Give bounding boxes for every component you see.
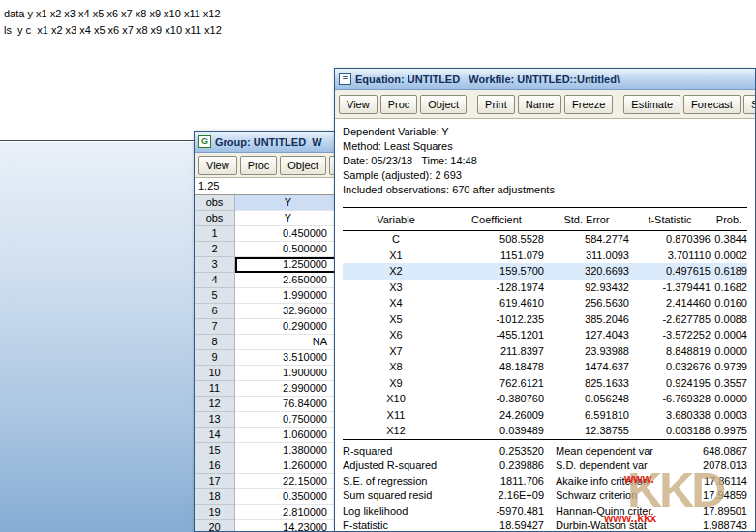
- y-series-name-cell[interactable]: Y: [235, 211, 342, 226]
- obs-corner-cell[interactable]: obs: [195, 195, 235, 211]
- obs-cell[interactable]: 16: [195, 458, 235, 474]
- group-row: 161.260000: [195, 458, 353, 474]
- coefficient-row[interactable]: X1124.260096.5918103.6803380.0003: [343, 407, 747, 424]
- obs-cell[interactable]: 3: [195, 257, 235, 273]
- y-value-cell[interactable]: 0.350000: [235, 489, 342, 505]
- y-value-cell[interactable]: 1.900000: [235, 366, 342, 381]
- group-row: 141.060000: [195, 428, 353, 443]
- y-value-cell[interactable]: 3.510000: [235, 350, 342, 366]
- obs-cell[interactable]: 4: [195, 273, 235, 288]
- obs-cell[interactable]: 10: [195, 366, 235, 381]
- obs-cell[interactable]: 13: [195, 412, 235, 428]
- stat-label: Hannan-Quinn criter.: [544, 504, 675, 519]
- coefficient-row[interactable]: X2159.5700320.66930.4976150.6189: [343, 263, 747, 280]
- y-value-cell[interactable]: 2.650000: [235, 273, 342, 288]
- variable-cell: X11: [343, 407, 449, 424]
- y-value-cell[interactable]: 2.810000: [235, 505, 342, 520]
- toolbar-button-object[interactable]: Object: [280, 156, 326, 175]
- y-value-cell[interactable]: 0.750000: [235, 412, 342, 428]
- toolbar-button-view[interactable]: View: [198, 156, 237, 175]
- group-row: 20.500000: [195, 242, 353, 257]
- toolbar-button-object[interactable]: Object: [420, 95, 467, 114]
- equation-titlebar[interactable]: = Equation: UNTITLED Workfile: UNTITLED:…: [335, 69, 755, 90]
- group-window[interactable]: G Group: UNTITLED W ViewProcObjectPrint …: [194, 131, 354, 532]
- obs-cell[interactable]: 18: [195, 489, 235, 505]
- value-cell: 0.9739: [711, 359, 747, 375]
- toolbar-button-name[interactable]: Name: [518, 95, 561, 114]
- value-cell: 1474.637: [544, 359, 629, 375]
- coefficient-row[interactable]: X4619.4610256.56302.4144600.0160: [343, 295, 747, 311]
- value-cell: 0.0003: [711, 407, 747, 424]
- group-title: Group: UNTITLED W: [215, 136, 322, 148]
- obs-cell[interactable]: 19: [195, 505, 235, 520]
- obs-cell[interactable]: 6: [195, 304, 235, 319]
- coefficient-row[interactable]: X5-1012.235385.2046-2.6277850.0088: [343, 311, 747, 328]
- y-value-cell[interactable]: 14.23000: [235, 520, 342, 532]
- y-value-cell[interactable]: 1.060000: [235, 428, 342, 443]
- obs-cell[interactable]: 8: [195, 335, 235, 350]
- selected-cell[interactable]: 1.250000: [235, 257, 342, 273]
- y-column-header[interactable]: Y: [235, 195, 342, 211]
- obs-cell[interactable]: 11: [195, 381, 235, 397]
- obs-cell[interactable]: 20: [195, 520, 235, 532]
- equation-window[interactable]: = Equation: UNTITLED Workfile: UNTITLED:…: [334, 68, 756, 532]
- sheet-header-row: obs Y: [195, 195, 353, 211]
- y-value-cell[interactable]: NA: [235, 335, 342, 350]
- y-value-cell[interactable]: 32.96000: [235, 304, 342, 319]
- y-value-cell[interactable]: 1.380000: [235, 443, 342, 458]
- stats-row: S.E. of regression1811.706Akaike info cr…: [343, 474, 747, 489]
- group-row: 1722.15000: [195, 474, 353, 489]
- toolbar-button-proc[interactable]: Proc: [380, 95, 418, 114]
- obs-cell[interactable]: 5: [195, 288, 235, 304]
- coefficient-row[interactable]: X11151.079311.00933.7011100.0002: [343, 248, 747, 264]
- coefficient-row[interactable]: X3-128.197492.93432-1.3794410.1682: [343, 280, 747, 296]
- value-cell: 12.38755: [544, 423, 629, 439]
- coefficient-row[interactable]: C508.5528584.27740.8703960.3844: [343, 231, 747, 248]
- obs-cell[interactable]: 17: [195, 474, 235, 489]
- y-value-cell[interactable]: 2.990000: [235, 381, 342, 397]
- cell-edit-field[interactable]: 1.25: [195, 178, 353, 195]
- obs-cell[interactable]: 14: [195, 428, 235, 443]
- toolbar-button-freeze[interactable]: Freeze: [564, 95, 613, 114]
- y-value-cell[interactable]: 0.450000: [235, 226, 342, 242]
- obs-cell[interactable]: 9: [195, 350, 235, 366]
- value-cell: 0.032676: [629, 359, 711, 375]
- toolbar-button-print[interactable]: Print: [477, 95, 515, 114]
- coefficient-row[interactable]: X10-0.3807600.056248-6.7693280.0000: [343, 391, 747, 407]
- coefficient-row[interactable]: X848.184781474.6370.0326760.9739: [343, 359, 747, 375]
- toolbar-button-estimate[interactable]: Estimate: [623, 95, 680, 114]
- value-cell: -455.1201: [449, 327, 544, 343]
- coefficient-row[interactable]: X6-455.1201127.4043-3.5722520.0004: [343, 327, 747, 343]
- stat-label: Mean dependent var: [544, 444, 675, 459]
- y-value-cell[interactable]: 0.290000: [235, 319, 342, 335]
- y-value-cell[interactable]: 1.260000: [235, 458, 342, 474]
- y-value-cell[interactable]: 0.500000: [235, 242, 342, 257]
- toolbar-button-stats[interactable]: Stats: [743, 95, 756, 114]
- stat-value: 17.86114: [675, 474, 747, 489]
- obs-cell[interactable]: 1: [195, 226, 235, 242]
- toolbar-button-forecast[interactable]: Forecast: [683, 95, 741, 114]
- value-cell: 159.5700: [449, 263, 544, 280]
- value-cell: 48.18478: [449, 359, 544, 375]
- value-cell: 256.5630: [544, 295, 629, 311]
- obs-corner-cell[interactable]: obs: [195, 211, 235, 226]
- y-value-cell[interactable]: 76.84000: [235, 397, 342, 412]
- stat-label: S.D. dependent var: [544, 458, 675, 474]
- variable-cell: X10: [343, 391, 449, 407]
- value-cell: 3.680338: [629, 407, 711, 424]
- coefficient-row[interactable]: X9762.6121825.16330.9241950.3557: [343, 375, 747, 392]
- obs-cell[interactable]: 12: [195, 397, 235, 412]
- toolbar-button-view[interactable]: View: [339, 95, 378, 114]
- obs-cell[interactable]: 15: [195, 443, 235, 458]
- y-value-cell[interactable]: 1.990000: [235, 288, 342, 304]
- coefficient-row[interactable]: X120.03948912.387550.0031880.9975: [343, 423, 747, 439]
- toolbar-button-proc[interactable]: Proc: [240, 156, 278, 175]
- obs-cell[interactable]: 7: [195, 319, 235, 335]
- equation-toolbar: ViewProcObjectPrintNameFreezeEstimateFor…: [335, 90, 755, 119]
- equation-icon: =: [339, 73, 351, 85]
- y-value-cell[interactable]: 22.15000: [235, 474, 342, 489]
- coefficient-row[interactable]: X7211.839723.939888.8488190.0000: [343, 343, 747, 360]
- group-titlebar[interactable]: G Group: UNTITLED W: [195, 132, 353, 153]
- stat-value: 2.16E+09: [454, 488, 544, 504]
- obs-cell[interactable]: 2: [195, 242, 235, 257]
